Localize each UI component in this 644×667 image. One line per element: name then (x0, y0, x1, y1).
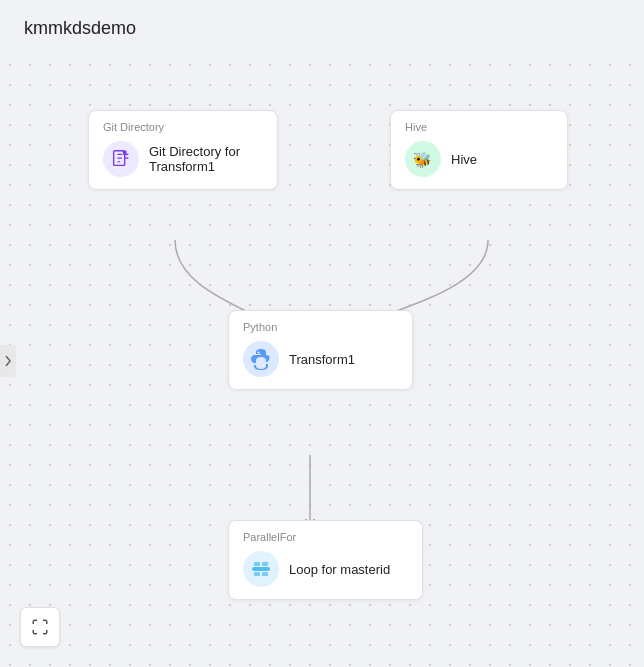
page-title: kmmkdsdemo (0, 0, 644, 39)
svg-point-2 (258, 352, 260, 354)
svg-rect-6 (262, 562, 268, 566)
hive-node[interactable]: Hive 🐝 Hive (390, 110, 568, 190)
svg-text:🐝: 🐝 (413, 151, 432, 169)
git-icon (103, 141, 139, 177)
parallel-node-name: Loop for masterid (289, 562, 390, 577)
svg-point-3 (263, 365, 265, 367)
svg-rect-4 (252, 567, 270, 571)
python-node-label: Python (243, 321, 398, 333)
git-node-label: Git Directory (103, 121, 263, 133)
parallel-node[interactable]: ParallelFor Loop for masterid (228, 520, 423, 600)
svg-rect-8 (262, 572, 268, 576)
side-panel-toggle[interactable] (0, 345, 16, 377)
hive-icon: 🐝 (405, 141, 441, 177)
svg-rect-7 (254, 572, 260, 576)
svg-rect-5 (254, 562, 260, 566)
workflow-canvas: Git Directory Git Directory for Transfor… (0, 55, 644, 667)
hive-node-label: Hive (405, 121, 553, 133)
python-node-name: Transform1 (289, 352, 355, 367)
git-directory-node[interactable]: Git Directory Git Directory for Transfor… (88, 110, 278, 190)
parallel-icon (243, 551, 279, 587)
expand-button[interactable] (20, 607, 60, 647)
hive-node-name: Hive (451, 152, 477, 167)
parallel-node-label: ParallelFor (243, 531, 408, 543)
git-node-name: Git Directory for Transform1 (149, 144, 263, 174)
python-icon (243, 341, 279, 377)
python-node[interactable]: Python Transform1 (228, 310, 413, 390)
